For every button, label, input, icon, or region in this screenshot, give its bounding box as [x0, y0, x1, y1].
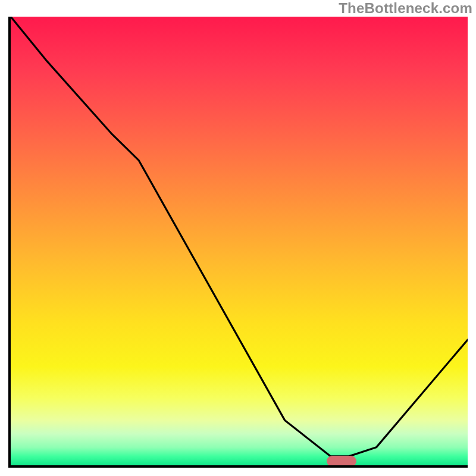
- chart-curve: [11, 17, 468, 465]
- chart-marker: [327, 456, 356, 466]
- chart-curve-path: [11, 17, 468, 456]
- plot-area: [8, 17, 468, 468]
- chart-container: TheBottleneck.com: [0, 0, 476, 476]
- watermark-text: TheBottleneck.com: [339, 0, 472, 17]
